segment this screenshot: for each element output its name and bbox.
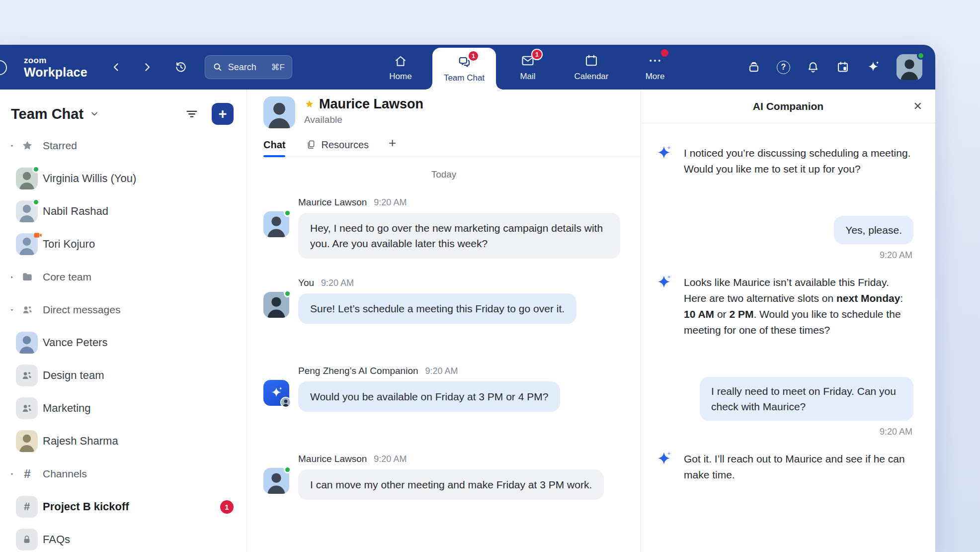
in-meeting-indicator	[33, 230, 43, 242]
owner-mini-photo	[280, 397, 291, 408]
add-reaction-icon[interactable]	[322, 420, 335, 435]
start-video-meeting-icon[interactable]	[534, 102, 548, 117]
thumbs-down-icon[interactable]	[709, 490, 722, 505]
reply-in-thread-icon[interactable]	[298, 332, 311, 347]
user-message-bubble: Yes, please.	[834, 216, 913, 244]
search-input[interactable]: Search ⌘F	[205, 55, 292, 79]
chat-message: Peng Zheng’s AI Companion 9:20 AM Would …	[247, 366, 641, 435]
logo-workplace-text: Workplace	[24, 66, 87, 79]
sidebar-item-marketing[interactable]: Marketing	[0, 392, 246, 425]
sidebar-item-faqs[interactable]: FAQs	[0, 523, 246, 552]
tab-chat[interactable]: Chat	[263, 139, 285, 157]
close-icon[interactable]: ✕	[913, 100, 922, 113]
schedule-icon[interactable]	[836, 60, 850, 74]
sidebar-section-starred[interactable]: Starred	[0, 129, 246, 162]
sender-avatar[interactable]	[263, 468, 289, 494]
new-chat-button[interactable]: +	[212, 103, 234, 125]
unread-badge: 1	[531, 49, 543, 60]
starred-contact-icon[interactable]	[304, 99, 315, 109]
thumbs-up-icon[interactable]	[684, 345, 697, 360]
presence-online-indicator	[32, 198, 40, 206]
thumbs-down-icon[interactable]	[709, 345, 722, 360]
tab-chat-label: Chat	[263, 139, 285, 151]
add-reaction-icon[interactable]	[322, 332, 335, 347]
filter-icon[interactable]	[185, 107, 199, 121]
copy-icon[interactable]	[734, 184, 746, 199]
sidebar-item-tori-kojuro[interactable]: Tori Kojuro	[0, 228, 246, 261]
nav-tab-label: Mail	[520, 72, 535, 82]
presence-online-indicator	[284, 466, 291, 473]
team-chat-title-dropdown[interactable]: Team Chat	[11, 106, 99, 122]
nav-tab-more[interactable]: More	[623, 45, 687, 90]
group-avatar	[16, 365, 38, 386]
ai-companion-avatar[interactable]	[263, 380, 289, 406]
more-options-icon[interactable]	[758, 490, 773, 505]
reply-in-thread-icon[interactable]	[298, 420, 311, 435]
user-message-bubble: I really need to meet on Friday. Can you…	[700, 377, 913, 421]
sidebar-item-nabil-rashad[interactable]: Nabil Rashad	[0, 195, 246, 228]
caret-down-icon	[9, 142, 15, 150]
tab-resources[interactable]: Resources	[305, 139, 369, 157]
history-icon[interactable]	[174, 60, 188, 74]
ai-companion-icon[interactable]	[866, 60, 881, 75]
sidebar-item-virginia-willis-you-[interactable]: Virginia Willis (You)	[0, 162, 246, 195]
thumbs-up-icon[interactable]	[684, 184, 697, 199]
message-author: Maurice Lawson	[298, 454, 367, 464]
message-timestamp: 9:20 AM	[880, 427, 912, 437]
folder-icon	[21, 271, 34, 283]
avatar	[16, 233, 38, 255]
more-options-icon[interactable]	[758, 184, 773, 199]
ai-feedback-actions	[684, 184, 913, 199]
ai-message-block: Got it. I’ll reach out to Maurice and se…	[655, 451, 913, 505]
sender-avatar[interactable]	[263, 211, 289, 237]
copy-icon[interactable]	[734, 345, 746, 360]
nav-tab-label: More	[646, 72, 665, 82]
zoom-workplace-window: zoom Workplace Search ⌘F Home 1 Team Cha…	[0, 45, 935, 552]
nav-tab-mail[interactable]: 1 Mail	[496, 45, 560, 90]
sidebar-section-direct-messages[interactable]: Direct messages	[0, 293, 246, 326]
avatar	[16, 168, 38, 189]
add-tab-button[interactable]: +	[389, 135, 396, 157]
channel-avatar: #	[16, 496, 38, 518]
nav-tab-home[interactable]: Home	[369, 45, 432, 90]
ai-sparkle-icon	[655, 274, 673, 293]
nav-tab-team-chat[interactable]: 1 Team Chat	[432, 48, 496, 90]
sidebar-item-design-team[interactable]: Design team	[0, 359, 246, 392]
ai-sparkle-icon	[655, 144, 673, 164]
message-time: 9:20 AM	[425, 366, 458, 376]
nav-tab-label: Home	[389, 72, 411, 82]
forward-arrow-icon[interactable]	[141, 61, 153, 73]
message-bubble: Sure! Let’s schedule a meeting this Frid…	[298, 293, 576, 324]
schedule-meeting-icon[interactable]	[571, 102, 585, 117]
thumbs-up-icon[interactable]	[684, 490, 697, 505]
user-message: Yes, please.	[834, 216, 913, 244]
presence-online-indicator	[32, 166, 40, 173]
avatar	[16, 332, 38, 354]
thumbs-down-icon[interactable]	[709, 184, 722, 199]
sidebar-section-core-team[interactable]: Core team	[0, 261, 246, 293]
sidebar-section-channels[interactable]: # Channels	[0, 458, 246, 490]
search-placeholder: Search	[228, 62, 256, 73]
sidebar-item-vance-peters[interactable]: Vance Peters	[0, 326, 246, 359]
more-options-icon[interactable]	[758, 345, 773, 360]
notifications-icon[interactable]	[806, 60, 820, 74]
more-actions-icon[interactable]	[346, 332, 361, 347]
connect-device-icon[interactable]	[747, 60, 761, 74]
contact-status: Available	[304, 114, 423, 125]
avatar	[16, 200, 38, 222]
ai-sparkle-icon	[655, 450, 673, 470]
sidebar-item-project-b-kickoff[interactable]: #Project B kickoff1	[0, 490, 246, 523]
user-avatar[interactable]	[897, 54, 922, 80]
help-icon[interactable]: ?	[777, 61, 790, 74]
contact-avatar[interactable]	[263, 96, 295, 128]
message-author: Maurice Lawson	[298, 197, 367, 208]
sidebar-item-rajesh-sharma[interactable]: Rajesh Sharma	[0, 425, 246, 458]
more-actions-icon[interactable]	[346, 420, 361, 435]
top-navigation-bar: zoom Workplace Search ⌘F Home 1 Team Cha…	[0, 45, 935, 90]
nav-tab-calendar[interactable]: Calendar	[560, 45, 623, 90]
open-in-window-icon[interactable]	[889, 100, 900, 113]
copy-icon[interactable]	[734, 490, 746, 505]
more-options-icon[interactable]	[608, 102, 623, 117]
back-arrow-icon[interactable]	[110, 61, 122, 73]
sender-avatar[interactable]	[263, 292, 289, 318]
